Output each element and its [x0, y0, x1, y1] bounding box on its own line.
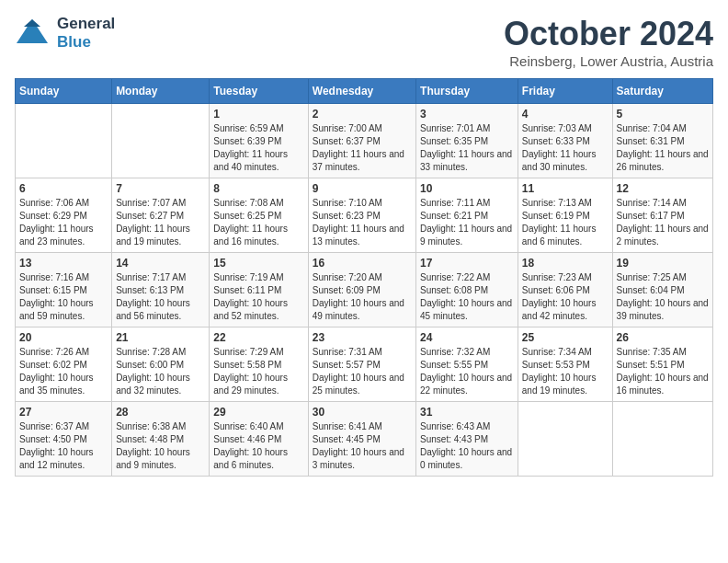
day-detail: Sunrise: 7:16 AM Sunset: 6:15 PM Dayligh… [19, 271, 108, 323]
day-number: 14 [116, 257, 205, 270]
col-header-friday: Friday [518, 79, 612, 104]
day-number: 13 [19, 257, 108, 270]
day-detail: Sunrise: 6:38 AM Sunset: 4:48 PM Dayligh… [116, 420, 205, 472]
day-number: 19 [617, 257, 709, 270]
calendar-cell: 30Sunrise: 6:41 AM Sunset: 4:45 PM Dayli… [308, 402, 415, 477]
calendar-cell: 28Sunrise: 6:38 AM Sunset: 4:48 PM Dayli… [112, 402, 210, 477]
day-detail: Sunrise: 7:07 AM Sunset: 6:27 PM Dayligh… [116, 197, 205, 248]
calendar-cell: 11Sunrise: 7:13 AM Sunset: 6:19 PM Dayli… [518, 178, 612, 253]
calendar-cell: 20Sunrise: 7:26 AM Sunset: 6:02 PM Dayli… [16, 327, 112, 402]
calendar-week-row: 1Sunrise: 6:59 AM Sunset: 6:39 PM Daylig… [16, 104, 713, 178]
calendar-cell: 8Sunrise: 7:08 AM Sunset: 6:25 PM Daylig… [210, 178, 308, 253]
calendar-cell [612, 402, 712, 477]
col-header-saturday: Saturday [612, 79, 712, 104]
calendar-cell: 10Sunrise: 7:11 AM Sunset: 6:21 PM Dayli… [416, 178, 518, 253]
calendar-cell: 2Sunrise: 7:00 AM Sunset: 6:37 PM Daylig… [308, 104, 415, 178]
day-detail: Sunrise: 6:37 AM Sunset: 4:50 PM Dayligh… [19, 420, 108, 472]
day-number: 20 [19, 331, 108, 344]
main-title: October 2024 [504, 15, 713, 53]
day-detail: Sunrise: 7:13 AM Sunset: 6:19 PM Dayligh… [522, 197, 609, 248]
day-detail: Sunrise: 7:10 AM Sunset: 6:23 PM Dayligh… [313, 197, 412, 248]
calendar-cell: 4Sunrise: 7:03 AM Sunset: 6:33 PM Daylig… [518, 104, 612, 178]
calendar-cell: 1Sunrise: 6:59 AM Sunset: 6:39 PM Daylig… [210, 104, 308, 178]
day-detail: Sunrise: 7:25 AM Sunset: 6:04 PM Dayligh… [617, 271, 709, 323]
day-number: 22 [213, 331, 303, 344]
day-detail: Sunrise: 7:19 AM Sunset: 6:11 PM Dayligh… [213, 271, 303, 323]
calendar-cell: 14Sunrise: 7:17 AM Sunset: 6:13 PM Dayli… [112, 253, 210, 327]
calendar-cell: 6Sunrise: 7:06 AM Sunset: 6:29 PM Daylig… [16, 178, 112, 253]
day-detail: Sunrise: 7:35 AM Sunset: 5:51 PM Dayligh… [617, 346, 709, 397]
calendar-week-row: 20Sunrise: 7:26 AM Sunset: 6:02 PM Dayli… [16, 327, 713, 402]
calendar-cell: 17Sunrise: 7:22 AM Sunset: 6:08 PM Dayli… [416, 253, 518, 327]
calendar-cell: 16Sunrise: 7:20 AM Sunset: 6:09 PM Dayli… [308, 253, 415, 327]
day-detail: Sunrise: 7:23 AM Sunset: 6:06 PM Dayligh… [522, 271, 609, 323]
calendar-cell: 26Sunrise: 7:35 AM Sunset: 5:51 PM Dayli… [612, 327, 712, 402]
calendar-cell: 15Sunrise: 7:19 AM Sunset: 6:11 PM Dayli… [210, 253, 308, 327]
day-number: 18 [522, 257, 609, 270]
day-number: 15 [213, 257, 303, 270]
day-number: 6 [19, 182, 108, 195]
calendar-cell: 7Sunrise: 7:07 AM Sunset: 6:27 PM Daylig… [112, 178, 210, 253]
calendar-cell [16, 104, 112, 178]
subtitle: Reinsberg, Lower Austria, Austria [504, 53, 713, 69]
day-number: 27 [19, 406, 108, 419]
calendar-cell: 27Sunrise: 6:37 AM Sunset: 4:50 PM Dayli… [16, 402, 112, 477]
calendar-cell: 24Sunrise: 7:32 AM Sunset: 5:55 PM Dayli… [416, 327, 518, 402]
calendar-table: SundayMondayTuesdayWednesdayThursdayFrid… [15, 78, 713, 477]
day-detail: Sunrise: 6:41 AM Sunset: 4:45 PM Dayligh… [313, 420, 412, 472]
day-number: 1 [213, 108, 303, 121]
calendar-cell: 3Sunrise: 7:01 AM Sunset: 6:35 PM Daylig… [416, 104, 518, 178]
day-number: 23 [313, 331, 412, 344]
day-number: 5 [617, 108, 709, 121]
day-detail: Sunrise: 6:40 AM Sunset: 4:46 PM Dayligh… [213, 420, 303, 472]
calendar-cell: 29Sunrise: 6:40 AM Sunset: 4:46 PM Dayli… [210, 402, 308, 477]
day-detail: Sunrise: 7:29 AM Sunset: 5:58 PM Dayligh… [213, 346, 303, 397]
day-number: 9 [313, 182, 412, 195]
calendar-cell: 9Sunrise: 7:10 AM Sunset: 6:23 PM Daylig… [308, 178, 415, 253]
calendar-week-row: 13Sunrise: 7:16 AM Sunset: 6:15 PM Dayli… [16, 253, 713, 327]
logo-general: General [57, 15, 115, 32]
calendar-week-row: 6Sunrise: 7:06 AM Sunset: 6:29 PM Daylig… [16, 178, 713, 253]
title-block: October 2024 Reinsberg, Lower Austria, A… [504, 15, 713, 69]
day-number: 4 [522, 108, 609, 121]
day-number: 3 [420, 108, 514, 121]
calendar-cell [518, 402, 612, 477]
col-header-tuesday: Tuesday [210, 79, 308, 104]
calendar-cell: 25Sunrise: 7:34 AM Sunset: 5:53 PM Dayli… [518, 327, 612, 402]
page-header: General Blue October 2024 Reinsberg, Low… [15, 15, 713, 69]
day-detail: Sunrise: 7:28 AM Sunset: 6:00 PM Dayligh… [116, 346, 205, 397]
day-detail: Sunrise: 7:20 AM Sunset: 6:09 PM Dayligh… [313, 271, 412, 323]
day-detail: Sunrise: 7:26 AM Sunset: 6:02 PM Dayligh… [19, 346, 108, 397]
calendar-cell: 23Sunrise: 7:31 AM Sunset: 5:57 PM Dayli… [308, 327, 415, 402]
day-number: 12 [617, 182, 709, 195]
logo-icon [15, 17, 50, 49]
day-number: 10 [420, 182, 514, 195]
col-header-thursday: Thursday [416, 79, 518, 104]
day-number: 21 [116, 331, 205, 344]
day-number: 24 [420, 331, 514, 344]
day-detail: Sunrise: 7:11 AM Sunset: 6:21 PM Dayligh… [420, 197, 514, 248]
day-number: 16 [313, 257, 412, 270]
calendar-cell: 19Sunrise: 7:25 AM Sunset: 6:04 PM Dayli… [612, 253, 712, 327]
day-number: 7 [116, 182, 205, 195]
logo-blue: Blue [57, 33, 91, 51]
day-detail: Sunrise: 7:04 AM Sunset: 6:31 PM Dayligh… [617, 122, 709, 174]
day-detail: Sunrise: 7:22 AM Sunset: 6:08 PM Dayligh… [420, 271, 514, 323]
day-number: 29 [213, 406, 303, 419]
day-number: 11 [522, 182, 609, 195]
col-header-wednesday: Wednesday [308, 79, 415, 104]
day-number: 2 [313, 108, 412, 121]
day-number: 17 [420, 257, 514, 270]
day-number: 25 [522, 331, 609, 344]
day-detail: Sunrise: 7:14 AM Sunset: 6:17 PM Dayligh… [617, 197, 709, 248]
day-detail: Sunrise: 7:31 AM Sunset: 5:57 PM Dayligh… [313, 346, 412, 397]
day-detail: Sunrise: 7:01 AM Sunset: 6:35 PM Dayligh… [420, 122, 514, 174]
day-detail: Sunrise: 7:17 AM Sunset: 6:13 PM Dayligh… [116, 271, 205, 323]
day-detail: Sunrise: 6:43 AM Sunset: 4:43 PM Dayligh… [420, 420, 514, 472]
logo: General Blue [15, 15, 115, 52]
day-number: 31 [420, 406, 514, 419]
calendar-cell: 13Sunrise: 7:16 AM Sunset: 6:15 PM Dayli… [16, 253, 112, 327]
calendar-cell: 22Sunrise: 7:29 AM Sunset: 5:58 PM Dayli… [210, 327, 308, 402]
day-number: 8 [213, 182, 303, 195]
day-detail: Sunrise: 7:32 AM Sunset: 5:55 PM Dayligh… [420, 346, 514, 397]
